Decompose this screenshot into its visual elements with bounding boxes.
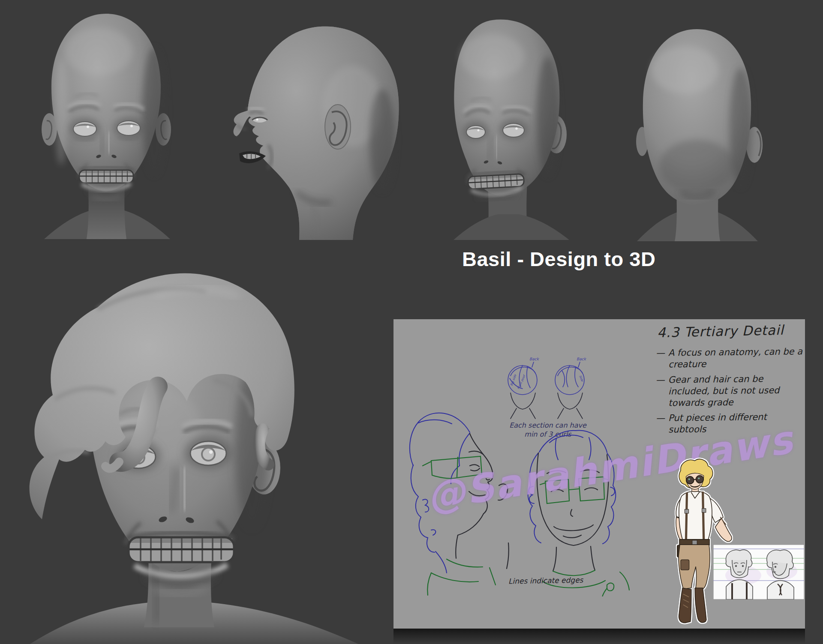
grin-teeth — [79, 170, 133, 183]
boot-right — [695, 588, 706, 623]
note-item: Put pieces in different subtools — [656, 411, 805, 436]
sheet-notes: A focus on anatomy, can be a creature Ge… — [656, 347, 805, 439]
sheet-heading: 4.3 Tertiary Detail — [657, 322, 784, 340]
render-head-profile — [211, 12, 417, 240]
chest — [454, 214, 569, 240]
artwork-board: Basil - Design to 3D — [0, 0, 823, 644]
sketch-caption: Lines indicate edges — [508, 575, 583, 585]
sketch-green-lines — [423, 456, 629, 596]
concept-sketch-lineart — [405, 401, 652, 596]
glasses-right-lens — [696, 476, 704, 483]
grin-teeth — [127, 533, 235, 562]
diagram-label-back-left: Back — [529, 357, 540, 361]
left-eye — [466, 126, 485, 138]
right-eye — [503, 123, 524, 137]
render-head-hair-sculpt — [12, 245, 369, 644]
shirt — [679, 491, 712, 542]
glasses-left-lens — [686, 476, 694, 484]
design-sheet: Back Big side Front poof Back Side Each … — [393, 319, 805, 629]
ear — [325, 105, 351, 149]
right-eye — [117, 121, 140, 135]
right-eye — [190, 441, 226, 465]
sheet-drop-shadow — [393, 629, 805, 644]
diagram-label-side: Side — [578, 375, 584, 383]
note-item: A focus on anatomy, can be a creature — [656, 346, 805, 370]
left-eye — [73, 122, 96, 136]
note-item: Gear and hair can be included, but is no… — [656, 373, 805, 409]
render-head-three-quarter — [428, 9, 579, 240]
diagram-label-front-poof: Front poof — [517, 374, 526, 390]
knee-patch — [681, 560, 689, 570]
render-head-back — [612, 21, 783, 241]
page-title: Basil - Design to 3D — [462, 247, 655, 271]
character-illustration — [654, 457, 734, 625]
sketch-hair-lines — [410, 413, 616, 573]
render-head-front — [24, 4, 193, 239]
diagram-label-back-right: Back — [577, 357, 587, 361]
sketch-face-lines — [456, 434, 608, 571]
nose — [101, 133, 103, 154]
